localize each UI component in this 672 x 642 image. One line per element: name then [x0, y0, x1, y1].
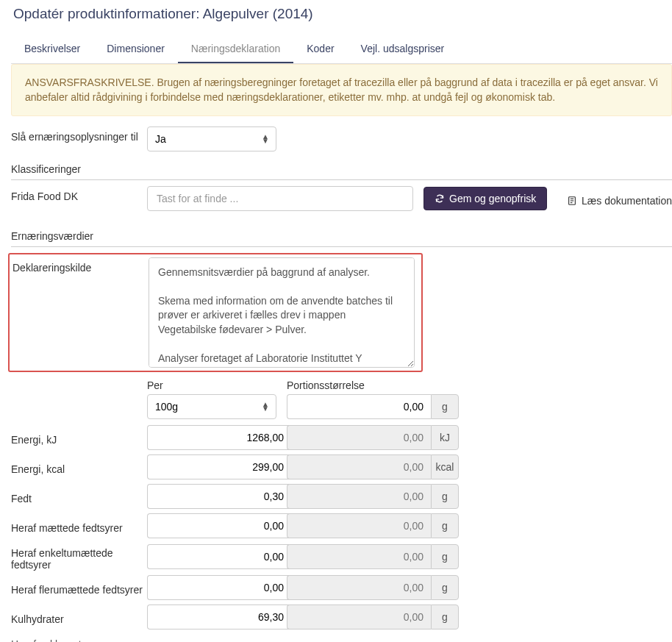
- declaration-source-textarea[interactable]: [149, 257, 415, 368]
- nutri-per100-input[interactable]: [147, 425, 291, 450]
- nutri-unit: g: [431, 513, 459, 538]
- nutri-unit: g: [431, 604, 459, 629]
- per-label: Per: [147, 379, 276, 391]
- portion-size-label: Portionsstørrelse: [287, 379, 416, 391]
- nutri-label: Kulhydrater: [11, 609, 147, 625]
- document-icon: [567, 196, 577, 206]
- nutri-unit: kcal: [431, 454, 459, 479]
- nutri-portion-input: [287, 425, 431, 450]
- enable-label: Slå ernæringsoplysninger til: [11, 126, 147, 143]
- nutri-portion-input: [287, 513, 431, 538]
- nutrition-row: Heraf enkeltumættede fedtsyrer g g: [11, 543, 672, 571]
- tab-descriptions[interactable]: Beskrivelser: [11, 35, 93, 63]
- nutri-unit: g: [431, 484, 459, 509]
- nutrition-row: Energi, kJ kJ kJ: [11, 425, 672, 450]
- nutri-per100-input[interactable]: [147, 454, 291, 479]
- nutri-label: Fedt: [11, 488, 147, 504]
- nutrition-values-header: Ernæringsværdier: [11, 224, 672, 247]
- declaration-source-label: Deklareringskilde: [10, 257, 149, 274]
- nutrition-row: Fedt g g: [11, 484, 672, 509]
- portion-size-input[interactable]: [287, 394, 431, 419]
- classifications-header: Klassificeringer: [11, 157, 672, 180]
- tab-nutrition[interactable]: Næringsdeklaration: [178, 35, 293, 63]
- tab-bar: Beskrivelser Dimensioner Næringsdeklarat…: [11, 35, 672, 64]
- nutri-unit: g: [431, 575, 459, 600]
- per-select[interactable]: 100g: [147, 394, 276, 419]
- frida-label: Frida Food DK: [11, 186, 147, 202]
- save-refresh-label: Gem og genopfrisk: [449, 193, 536, 204]
- frida-search-input[interactable]: [147, 186, 413, 211]
- nutri-unit: g: [431, 544, 459, 569]
- nutri-portion-input: [287, 484, 431, 509]
- read-docs-label: Læs dokumentation: [582, 195, 672, 207]
- nutri-per100-input[interactable]: [147, 575, 291, 600]
- nutrition-row: Heraf mættede fedtsyrer g g: [11, 513, 672, 538]
- tab-dimensions[interactable]: Dimensioner: [93, 35, 178, 63]
- nutrition-row: Energi, kcal kcal kcal: [11, 454, 672, 479]
- nutri-portion-input: [287, 454, 431, 479]
- nutri-label: Energi, kJ: [11, 429, 147, 446]
- save-refresh-button[interactable]: Gem og genopfrisk: [423, 187, 547, 210]
- nutri-per100-input[interactable]: [147, 513, 291, 538]
- nutrition-row: Heraf flerumættede fedtsyrer g g: [11, 575, 672, 600]
- read-docs-link[interactable]: Læs dokumentation: [567, 190, 672, 207]
- nutri-portion-input: [287, 544, 431, 569]
- nutri-unit: kJ: [431, 425, 459, 450]
- page-title: Opdatér produktinformationer: Algepulver…: [0, 0, 672, 35]
- nutri-label: Heraf mættede fedtsyrer: [11, 518, 147, 534]
- nutri-label: Energi, kcal: [11, 459, 147, 475]
- nutri-label: Heraf sukkerarter: [11, 634, 147, 642]
- disclaimer-banner: ANSVARSFRASKRIVELSE. Brugen af næringsbe…: [11, 64, 672, 116]
- enable-select[interactable]: Ja: [147, 126, 276, 151]
- nutrition-row: Kulhydrater g g: [11, 604, 672, 629]
- refresh-icon: [435, 193, 445, 204]
- nutri-per100-input[interactable]: [147, 544, 291, 569]
- nutri-per100-input[interactable]: [147, 604, 291, 629]
- nutri-label: Heraf enkeltumættede fedtsyrer: [11, 543, 147, 571]
- tab-codes[interactable]: Koder: [293, 35, 347, 63]
- nutri-label: Heraf flerumættede fedtsyrer: [11, 579, 147, 596]
- tab-prices[interactable]: Vejl. udsalgspriser: [348, 35, 458, 63]
- nutri-portion-input: [287, 604, 431, 629]
- portion-size-unit: g: [431, 394, 459, 419]
- nutri-per100-input[interactable]: [147, 484, 291, 509]
- nutri-portion-input: [287, 575, 431, 600]
